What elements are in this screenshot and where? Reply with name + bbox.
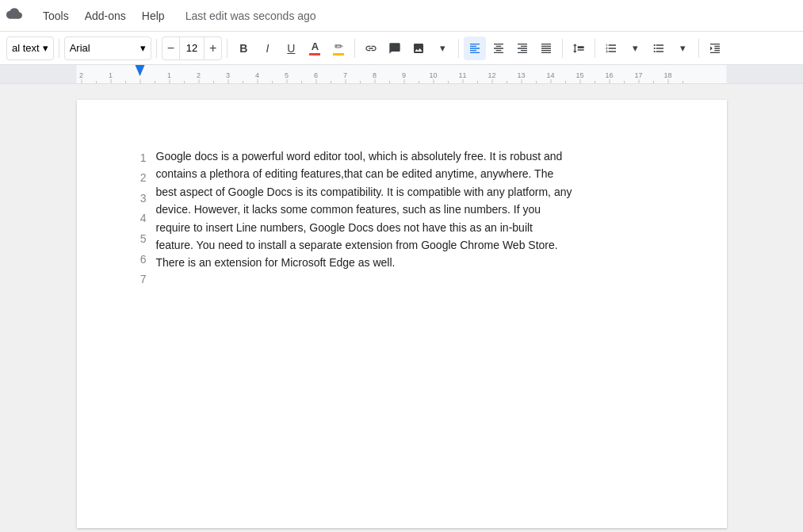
line-text: contains a plethora of editing features,… [156, 165, 663, 182]
numbered-list-button[interactable] [600, 36, 622, 60]
help-menu[interactable]: Help [134, 6, 173, 25]
style-selector[interactable]: al text ▾ [6, 36, 54, 60]
separator-7 [595, 39, 595, 58]
menu-bar: Tools Add-ons Help Last edit was seconds… [0, 0, 803, 32]
content-area: 1234567 Google docs is a powerful word e… [140, 147, 663, 289]
document-page: 1234567 Google docs is a powerful word e… [77, 100, 727, 528]
bullet-list-dropdown[interactable]: ▾ [671, 36, 694, 60]
line-text: best aspect of Google Docs is its compat… [156, 183, 663, 201]
line-number: 1 [140, 147, 147, 168]
addons-menu[interactable]: Add-ons [77, 6, 134, 25]
ruler [0, 65, 803, 84]
separator-1 [59, 39, 59, 58]
bullet-list-button[interactable] [648, 36, 670, 60]
separator-3 [227, 39, 228, 58]
document-area: 1234567 Google docs is a powerful word e… [0, 84, 803, 532]
line-text: require to insert Line numbers, Google D… [156, 219, 663, 236]
font-label: Arial [70, 42, 90, 54]
highlight-button[interactable]: ✏ [327, 36, 350, 60]
separator-2 [156, 39, 157, 58]
separator-5 [458, 39, 459, 58]
indent-button[interactable] [704, 36, 726, 60]
text-color-button[interactable]: A [304, 36, 326, 60]
separator-6 [562, 39, 563, 58]
text-color-icon: A [309, 40, 320, 55]
separator-4 [354, 39, 355, 58]
line-text: Google docs is a powerful word editor to… [156, 147, 663, 165]
highlight-icon: ✏ [333, 40, 344, 55]
line-number: 6 [140, 249, 147, 270]
align-left-button[interactable] [464, 36, 486, 60]
line-numbers: 1234567 [140, 147, 156, 289]
last-edit-status: Last edit was seconds ago [185, 10, 316, 22]
font-dropdown-icon: ▾ [140, 42, 146, 54]
font-size-decrease[interactable]: − [163, 37, 179, 59]
align-right-button[interactable] [511, 36, 533, 60]
menu-items: Tools Add-ons Help [35, 6, 173, 25]
line-number: 7 [140, 270, 147, 290]
cloud-icon [6, 6, 22, 25]
bold-button[interactable]: B [232, 36, 254, 60]
numbered-list-dropdown[interactable]: ▾ [624, 36, 646, 60]
font-size-increase[interactable]: + [205, 37, 221, 59]
font-size-display: 12 [179, 37, 205, 59]
line-number: 4 [140, 209, 147, 229]
formatting-toolbar: al text ▾ Arial ▾ − 12 + B I U A ✏ [0, 32, 803, 65]
separator-8 [698, 39, 699, 58]
line-number: 2 [140, 168, 147, 189]
link-button[interactable] [360, 36, 382, 60]
comment-button[interactable] [384, 36, 406, 60]
line-number: 3 [140, 188, 147, 209]
align-justify-button[interactable] [535, 36, 557, 60]
line-text: device. However, it lacks some common fe… [156, 201, 663, 218]
font-size-control: − 12 + [162, 36, 223, 60]
font-selector[interactable]: Arial ▾ [64, 36, 151, 60]
image-button[interactable] [407, 36, 430, 60]
style-dropdown-icon: ▾ [43, 42, 48, 54]
tools-menu[interactable]: Tools [35, 6, 77, 25]
underline-button[interactable]: U [280, 36, 302, 60]
style-label: al text [12, 42, 40, 54]
line-text: feature. You need to install a separate … [156, 236, 663, 254]
line-spacing-button[interactable] [568, 36, 590, 60]
line-text: There is an extension for Microsoft Edge… [156, 254, 663, 271]
text-content[interactable]: Google docs is a powerful word editor to… [156, 147, 663, 289]
line-number: 5 [140, 228, 147, 249]
italic-button[interactable]: I [256, 36, 278, 60]
image-dropdown-button[interactable]: ▾ [431, 36, 453, 60]
align-center-button[interactable] [488, 36, 510, 60]
